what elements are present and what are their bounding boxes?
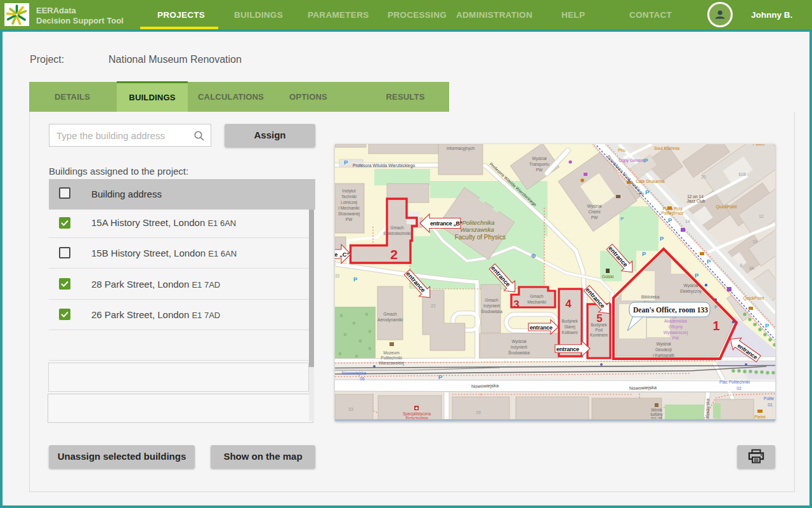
- svg-text:02: 02: [737, 386, 742, 391]
- svg-text:Stosowanej: Stosowanej: [338, 211, 360, 217]
- svg-text:entrance „B”: entrance „B”: [430, 220, 462, 227]
- svg-text:Jazz Club: Jazz Club: [687, 199, 705, 203]
- svg-text:8: 8: [740, 263, 742, 267]
- svg-text:Politechnika: Politechnika: [462, 219, 494, 226]
- svg-text:P: P: [353, 276, 358, 283]
- svg-text:Informacyjnych: Informacyjnych: [447, 146, 475, 151]
- svg-text:4: 4: [565, 298, 572, 310]
- svg-text:Techniki: Techniki: [341, 194, 357, 199]
- svg-text:QuickPoint: QuickPoint: [743, 296, 764, 301]
- svg-text:Geodezji: Geodezji: [655, 347, 672, 352]
- svg-text:14: 14: [685, 219, 690, 224]
- svg-text:10: 10: [752, 239, 757, 244]
- svg-text:Wirnik: Wirnik: [651, 408, 663, 412]
- svg-text:29: 29: [476, 410, 481, 415]
- svg-text:Plac Politechniki: Plac Politechniki: [719, 380, 750, 384]
- svg-text:Profesora Witolda Wierzbickieg: Profesora Witolda Wierzbickiego: [353, 163, 415, 168]
- svg-text:P: P: [642, 250, 646, 257]
- svg-text:Oficyny: Oficyny: [669, 324, 683, 330]
- svg-text:Polite: Polite: [764, 396, 775, 401]
- svg-text:222: 222: [335, 274, 340, 278]
- svg-text:Kominem: Kominem: [590, 333, 608, 337]
- svg-text:P: P: [645, 189, 650, 196]
- svg-text:Inżynierii: Inżynierii: [511, 345, 528, 350]
- svg-text:Muzeum: Muzeum: [383, 351, 400, 355]
- svg-text:Politechnice: Politechnice: [661, 211, 684, 215]
- svg-text:61B: 61B: [738, 172, 746, 177]
- svg-text:QuickPoint: QuickPoint: [716, 204, 737, 210]
- svg-text:Wydział: Wydział: [656, 342, 671, 347]
- svg-text:Mechaniki: Mechaniki: [527, 300, 546, 304]
- svg-text:Instytut: Instytut: [342, 189, 355, 194]
- svg-text:P: P: [344, 159, 348, 166]
- svg-text:Biblioteka: Biblioteka: [641, 295, 660, 299]
- svg-text:Politechniki: Politechniki: [381, 356, 402, 360]
- svg-text:Pod: Pod: [595, 328, 603, 332]
- svg-text:entrance: entrance: [556, 346, 579, 352]
- svg-text:Chemi: Chemi: [588, 210, 601, 214]
- svg-text:P: P: [765, 322, 769, 329]
- svg-text:P: P: [695, 272, 699, 279]
- svg-text:PW: PW: [536, 168, 543, 172]
- svg-text:Phu: Phu: [618, 148, 625, 152]
- svg-text:e „C”: e „C”: [335, 251, 350, 258]
- svg-text:Elektryczny: Elektryczny: [680, 289, 702, 294]
- svg-text:P: P: [707, 258, 711, 265]
- svg-text:Faculty of Physics: Faculty of Physics: [455, 234, 506, 241]
- svg-text:Rektorska: Rektorska: [705, 398, 710, 418]
- svg-text:Warszawska: Warszawska: [460, 226, 494, 233]
- svg-text:Wydawniczej: Wydawniczej: [664, 330, 688, 335]
- svg-text:Warszawskiej: Warszawskiej: [379, 361, 405, 366]
- svg-text:Gmach: Gmach: [390, 225, 404, 230]
- svg-text:Copy General: Copy General: [619, 158, 645, 163]
- svg-text:Budynek: Budynek: [561, 319, 578, 324]
- svg-text:8A: 8A: [749, 266, 755, 271]
- svg-text:33: 33: [348, 407, 353, 411]
- svg-text:20: 20: [701, 175, 706, 179]
- svg-text:P: P: [668, 217, 672, 224]
- svg-text:01: 01: [768, 403, 773, 407]
- svg-text:Akademicka: Akademicka: [664, 319, 687, 323]
- svg-text:Inżynierii: Inżynierii: [483, 304, 501, 309]
- svg-text:Kotłowni: Kotłowni: [562, 330, 578, 335]
- svg-text:Transportu: Transportu: [529, 162, 549, 167]
- svg-text:Starej: Starej: [564, 324, 575, 330]
- svg-text:Golski: Golski: [602, 274, 614, 279]
- svg-text:PW: PW: [346, 217, 353, 222]
- svg-text:Pielmi: Pielmi: [754, 415, 765, 419]
- svg-text:Środowiska: Środowiska: [508, 350, 530, 355]
- svg-text:P: P: [644, 157, 648, 164]
- svg-text:2: 2: [390, 247, 398, 262]
- svg-text:Paweł: Paweł: [753, 144, 765, 146]
- svg-text:entrance: entrance: [530, 324, 553, 331]
- svg-text:12: 12: [759, 214, 764, 218]
- svg-text:Wydział: Wydział: [532, 156, 547, 161]
- svg-text:i Mechaniki: i Mechaniki: [339, 206, 360, 210]
- svg-text:Wydział: Wydział: [683, 283, 698, 288]
- svg-text:i Kartografii: i Kartografii: [653, 353, 674, 358]
- svg-text:Wydział: Wydział: [587, 204, 602, 209]
- svg-text:Lotniczej: Lotniczej: [341, 200, 358, 205]
- svg-text:P: P: [660, 235, 664, 242]
- svg-text:Cafe Drukarnia: Cafe Drukarnia: [636, 179, 665, 184]
- svg-text:Aerodynamiki: Aerodynamiki: [377, 318, 403, 323]
- svg-text:Gmach: Gmach: [485, 298, 499, 302]
- svg-text:Nowowiejska: Nowowiejska: [629, 384, 657, 391]
- svg-text:22: 22: [431, 304, 436, 308]
- svg-text:P: P: [620, 216, 624, 222]
- svg-text:1: 1: [712, 319, 719, 333]
- svg-text:Nowowiejska: Nowowiejska: [471, 382, 499, 389]
- svg-text:Gmach: Gmach: [383, 312, 397, 316]
- svg-text:Nowowiejska: Nowowiejska: [342, 371, 367, 376]
- svg-text:Dean's Office, room 133: Dean's Office, room 133: [633, 306, 708, 314]
- svg-text:12 on 14: 12 on 14: [687, 194, 704, 199]
- svg-text:P: P: [438, 373, 443, 380]
- svg-text:PW: PW: [591, 215, 598, 220]
- svg-text:Wydział: Wydział: [511, 339, 527, 344]
- svg-text:06: 06: [360, 377, 365, 381]
- svg-text:5: 5: [596, 312, 602, 324]
- svg-text:Środowiska: Środowiska: [481, 309, 502, 314]
- svg-text:PW: PW: [672, 336, 679, 340]
- svg-text:Soul Kuchnia: Soul Kuchnia: [654, 146, 679, 150]
- svg-text:Gmach: Gmach: [530, 294, 544, 298]
